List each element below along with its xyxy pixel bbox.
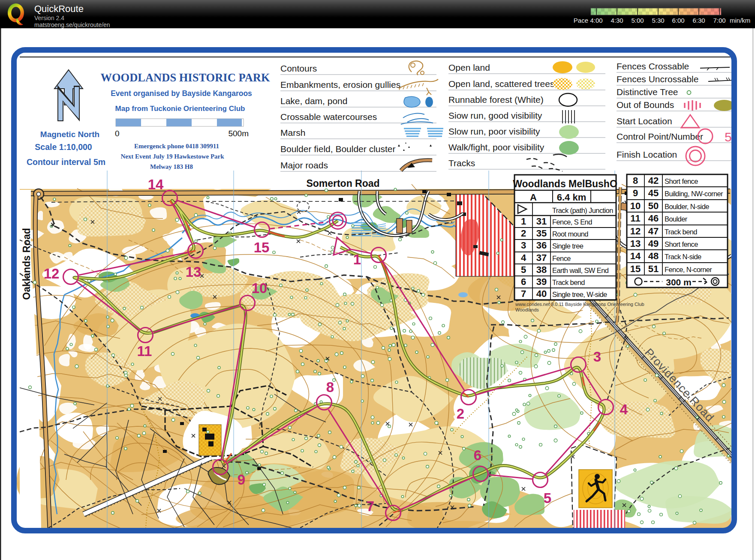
svg-text:9: 9	[238, 472, 245, 488]
svg-text:6: 6	[474, 447, 481, 463]
svg-text:Boulder field, Boulder cluster: Boulder field, Boulder cluster	[280, 144, 395, 154]
svg-text:Crossable watercourses: Crossable watercourses	[280, 112, 377, 122]
svg-text:Scale 1:10,000: Scale 1:10,000	[35, 142, 92, 152]
svg-text:Woodlands MelBushO: Woodlands MelBushO	[513, 178, 617, 189]
svg-text:Boulder, N-side: Boulder, N-side	[665, 203, 709, 210]
svg-text:49: 49	[648, 238, 659, 249]
svg-text:35: 35	[536, 228, 547, 239]
svg-text:13: 13	[186, 264, 202, 280]
svg-text:www.condes.net 9.0.11 Bayside: www.condes.net 9.0.11 Bayside Kangaroos …	[515, 302, 644, 307]
svg-text:Major roads: Major roads	[280, 160, 328, 170]
svg-text:36: 36	[536, 240, 547, 251]
svg-text:13: 13	[630, 238, 641, 249]
svg-text:7: 7	[367, 498, 374, 514]
svg-text:Next Event July 19 Hawkestowe: Next Event July 19 Hawkestowe Park	[120, 153, 224, 160]
svg-text:Somerton Road: Somerton Road	[306, 178, 379, 189]
svg-text:9: 9	[633, 188, 638, 198]
svg-text:1: 1	[353, 252, 361, 267]
svg-text:Embankments, erosion gullies: Embankments, erosion gullies	[280, 80, 400, 90]
svg-text:46: 46	[648, 213, 659, 224]
svg-text:Version 2.4: Version 2.4	[34, 15, 64, 21]
svg-text:min/km: min/km	[730, 17, 750, 24]
svg-text:Finish Location: Finish Location	[617, 150, 677, 159]
svg-text:Lake, dam, pond: Lake, dam, pond	[280, 96, 347, 106]
svg-text:10: 10	[630, 201, 641, 211]
svg-text:WOODLANDS HISTORIC PARK: WOODLANDS HISTORIC PARK	[100, 71, 270, 84]
svg-text:12: 12	[44, 266, 60, 281]
svg-text:8: 8	[633, 175, 638, 186]
svg-text:Short fence: Short fence	[665, 177, 698, 185]
svg-text:47: 47	[648, 226, 659, 237]
svg-text:6:30: 6:30	[692, 17, 705, 24]
svg-text:Oaklands Road: Oaklands Road	[21, 228, 32, 299]
svg-text:14: 14	[148, 177, 164, 192]
svg-text:Magnetic North: Magnetic North	[40, 130, 99, 139]
svg-text:Map from Tuckonie Orienteering: Map from Tuckonie Orienteering Club	[115, 105, 245, 113]
svg-text:Fence, N-corner: Fence, N-corner	[665, 266, 712, 273]
svg-text:Earth wall, SW End: Earth wall, SW End	[552, 267, 609, 274]
svg-text:Runnable forest (White): Runnable forest (White)	[448, 95, 544, 105]
svg-text:45: 45	[648, 188, 659, 198]
svg-text:14: 14	[630, 251, 641, 261]
svg-text:matstroeng.se/quickroute/en: matstroeng.se/quickroute/en	[34, 21, 110, 28]
svg-text:8: 8	[326, 379, 334, 395]
svg-text:300 m: 300 m	[666, 277, 692, 287]
svg-text:Building, NW-corner: Building, NW-corner	[665, 190, 723, 198]
svg-text:Fences Crossable: Fences Crossable	[617, 61, 689, 71]
svg-text:11: 11	[630, 213, 640, 224]
svg-text:39: 39	[536, 276, 547, 287]
svg-text:5:00: 5:00	[631, 17, 644, 24]
svg-text:3: 3	[593, 349, 601, 365]
svg-text:Contour interval 5m: Contour interval 5m	[27, 157, 105, 167]
svg-text:A: A	[530, 192, 537, 203]
svg-text:Fence, S End: Fence, S End	[552, 218, 592, 226]
svg-text:Walk/fight, poor visibility: Walk/fight, poor visibility	[448, 142, 544, 152]
svg-text:51: 51	[648, 264, 659, 274]
svg-text:Open land: Open land	[448, 63, 490, 72]
svg-text:1: 1	[521, 216, 526, 227]
svg-text:Short fence: Short fence	[665, 240, 698, 248]
svg-text:Fences Uncrossable: Fences Uncrossable	[617, 74, 698, 84]
svg-text:Slow run, poor visibility: Slow run, poor visibility	[448, 126, 540, 136]
svg-text:4:00: 4:00	[590, 17, 602, 24]
svg-text:Marsh: Marsh	[280, 128, 305, 138]
svg-text:5: 5	[544, 490, 551, 506]
svg-text:Pace: Pace	[574, 17, 588, 24]
svg-text:Contours: Contours	[280, 63, 317, 73]
svg-text:31: 31	[536, 216, 547, 227]
svg-text:6:00: 6:00	[672, 17, 684, 24]
svg-text:48: 48	[648, 251, 659, 261]
svg-text:6: 6	[521, 276, 526, 287]
svg-text:5: 5	[521, 264, 526, 275]
svg-text:37: 37	[536, 252, 547, 263]
svg-text:10: 10	[252, 280, 268, 296]
svg-text:15: 15	[254, 240, 270, 255]
svg-text:Distinctive Tree: Distinctive Tree	[617, 87, 678, 97]
svg-text:12: 12	[630, 226, 641, 237]
svg-text:4: 4	[620, 401, 628, 417]
svg-text:4: 4	[521, 252, 526, 263]
svg-text:Woodlands: Woodlands	[515, 307, 539, 312]
svg-text:11: 11	[137, 343, 152, 359]
svg-text:Fence: Fence	[552, 255, 571, 262]
svg-text:6.4 km: 6.4 km	[557, 192, 587, 203]
svg-text:40: 40	[536, 288, 547, 299]
svg-text:Single tree, W-side: Single tree, W-side	[552, 290, 607, 298]
svg-text:Melway 183 H8: Melway 183 H8	[150, 163, 193, 170]
svg-text:QuickRoute: QuickRoute	[34, 3, 84, 14]
svg-text:15: 15	[630, 264, 641, 274]
svg-text:Siow run, good visibility: Siow run, good visibility	[448, 111, 542, 120]
svg-text:Out of Bounds: Out of Bounds	[617, 100, 674, 110]
svg-text:Event organised by Bayside Kan: Event organised by Bayside Kangaroos	[111, 89, 252, 98]
svg-text:Emergenck phone 0418 309911: Emergenck phone 0418 309911	[134, 143, 219, 150]
svg-text:5: 5	[725, 130, 732, 144]
svg-text:0: 0	[115, 129, 120, 138]
svg-text:Track (path) Junction: Track (path) Junction	[552, 207, 613, 214]
svg-text:2: 2	[457, 406, 464, 422]
svg-text:4:30: 4:30	[611, 17, 623, 24]
svg-text:Single tree: Single tree	[552, 242, 584, 250]
svg-text:5:30: 5:30	[652, 17, 664, 24]
svg-text:Tracks: Tracks	[448, 158, 475, 168]
svg-text:7: 7	[521, 288, 526, 299]
svg-text:Track N-side: Track N-side	[665, 253, 701, 261]
